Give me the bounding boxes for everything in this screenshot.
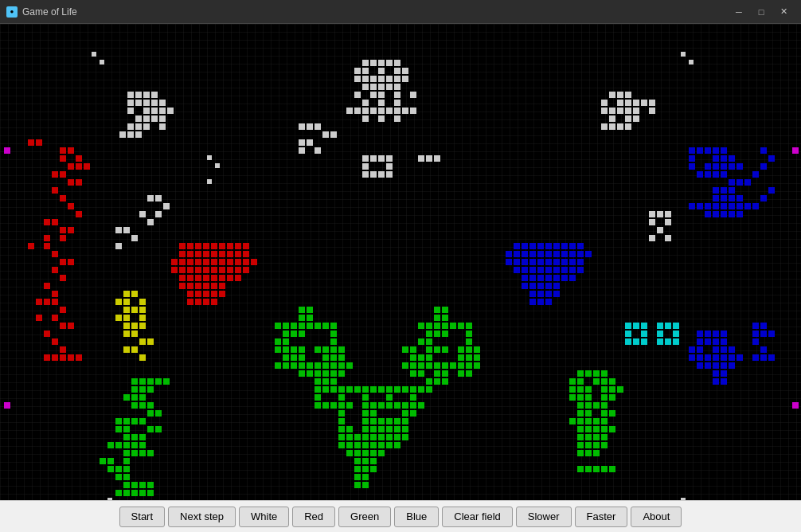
svg-rect-98 xyxy=(115,243,122,249)
svg-rect-502 xyxy=(585,370,592,377)
svg-rect-85 xyxy=(159,123,166,130)
svg-rect-470 xyxy=(147,426,154,432)
svg-rect-593 xyxy=(577,267,584,273)
svg-rect-383 xyxy=(315,402,321,409)
svg-rect-725 xyxy=(107,498,112,500)
svg-rect-473 xyxy=(131,434,138,440)
svg-rect-238 xyxy=(211,299,217,305)
svg-rect-682 xyxy=(697,362,703,369)
svg-rect-288 xyxy=(434,331,440,337)
svg-rect-452 xyxy=(163,378,170,385)
svg-rect-567 xyxy=(529,251,536,257)
svg-rect-624 xyxy=(689,155,695,162)
svg-rect-251 xyxy=(131,323,138,329)
svg-rect-186 xyxy=(179,251,186,257)
white-button[interactable]: White xyxy=(239,507,289,527)
svg-rect-120 xyxy=(625,123,631,130)
svg-rect-347 xyxy=(315,370,321,377)
svg-rect-278 xyxy=(434,323,440,329)
svg-rect-369 xyxy=(362,386,369,393)
blue-button[interactable]: Blue xyxy=(394,507,439,527)
start-button[interactable]: Start xyxy=(119,507,165,527)
svg-rect-507 xyxy=(593,378,600,385)
svg-rect-694 xyxy=(760,331,767,337)
svg-rect-312 xyxy=(474,346,480,353)
svg-rect-125 xyxy=(665,219,671,225)
svg-rect-384 xyxy=(322,402,329,409)
svg-rect-259 xyxy=(139,354,146,361)
svg-rect-641 xyxy=(713,187,719,194)
svg-rect-610 xyxy=(529,299,536,305)
svg-rect-47 xyxy=(299,139,305,146)
svg-rect-180 xyxy=(203,243,209,249)
svg-rect-429 xyxy=(370,442,377,448)
svg-rect-364 xyxy=(322,386,329,393)
svg-rect-73 xyxy=(127,108,134,114)
svg-rect-581 xyxy=(553,259,560,265)
svg-rect-265 xyxy=(307,315,313,321)
clear-field-button[interactable]: Clear field xyxy=(442,507,513,527)
svg-rect-301 xyxy=(315,346,321,353)
svg-rect-492 xyxy=(123,482,130,488)
svg-rect-579 xyxy=(537,259,544,265)
svg-rect-512 xyxy=(585,386,592,393)
svg-rect-400 xyxy=(410,410,416,417)
svg-rect-57 xyxy=(434,155,440,162)
svg-rect-574 xyxy=(585,251,592,257)
svg-rect-192 xyxy=(227,251,233,257)
svg-rect-536 xyxy=(593,426,600,432)
svg-rect-260 xyxy=(299,307,305,313)
svg-rect-539 xyxy=(577,434,584,440)
svg-rect-414 xyxy=(394,426,400,432)
svg-rect-401 xyxy=(338,418,345,424)
green-button[interactable]: Green xyxy=(338,507,391,527)
svg-rect-489 xyxy=(123,466,130,472)
svg-rect-151 xyxy=(44,243,50,249)
svg-rect-569 xyxy=(545,251,552,257)
red-button[interactable]: Red xyxy=(292,507,335,527)
svg-rect-155 xyxy=(52,267,58,273)
about-button[interactable]: About xyxy=(631,507,682,527)
svg-rect-118 xyxy=(609,123,615,130)
svg-rect-114 xyxy=(609,115,615,122)
svg-rect-142 xyxy=(68,203,74,209)
svg-rect-657 xyxy=(705,211,711,217)
svg-rect-304 xyxy=(338,346,345,353)
svg-rect-27 xyxy=(362,100,369,106)
svg-rect-8 xyxy=(394,68,400,74)
svg-rect-294 xyxy=(418,338,424,345)
svg-rect-631 xyxy=(721,163,727,170)
svg-rect-411 xyxy=(370,426,377,432)
svg-rect-526 xyxy=(585,410,592,417)
svg-rect-667 xyxy=(705,338,711,345)
svg-rect-522 xyxy=(585,402,592,409)
svg-rect-673 xyxy=(721,346,727,353)
svg-rect-545 xyxy=(593,442,600,448)
slower-button[interactable]: Slower xyxy=(516,507,572,527)
svg-rect-252 xyxy=(139,323,146,329)
maximize-button[interactable]: □ xyxy=(750,4,772,20)
svg-rect-214 xyxy=(235,267,241,273)
game-canvas[interactable] xyxy=(0,24,801,500)
svg-rect-534 xyxy=(577,426,584,432)
svg-rect-412 xyxy=(378,426,385,432)
close-button[interactable]: ✕ xyxy=(772,4,795,20)
svg-rect-598 xyxy=(553,275,560,281)
svg-rect-313 xyxy=(283,354,289,361)
svg-rect-549 xyxy=(593,450,600,456)
svg-rect-289 xyxy=(442,331,448,337)
svg-rect-513 xyxy=(601,386,608,393)
svg-rect-126 xyxy=(657,227,663,233)
svg-rect-596 xyxy=(537,275,544,281)
faster-button[interactable]: Faster xyxy=(575,507,628,527)
svg-rect-197 xyxy=(187,259,193,265)
svg-rect-94 xyxy=(147,219,154,225)
svg-rect-0 xyxy=(362,60,369,66)
svg-rect-295 xyxy=(426,338,432,345)
svg-rect-677 xyxy=(705,354,711,361)
svg-rect-727 xyxy=(681,498,686,500)
next-step-button[interactable]: Next step xyxy=(168,507,236,527)
svg-rect-528 xyxy=(609,410,615,417)
svg-rect-145 xyxy=(52,219,58,225)
minimize-button[interactable]: ─ xyxy=(728,4,750,20)
